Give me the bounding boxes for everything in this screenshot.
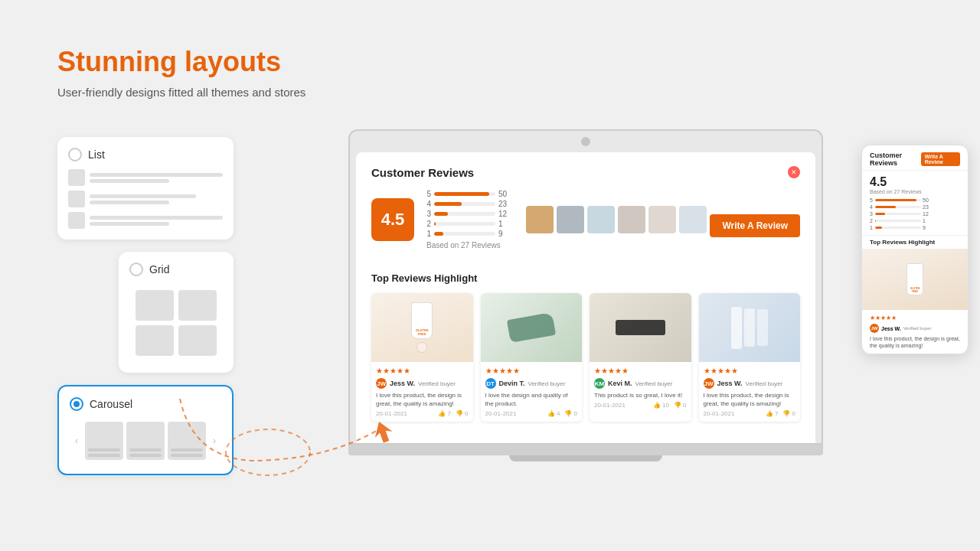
mobile-reviewer-row: JW Jess W. Verified buyer bbox=[870, 324, 960, 333]
rating-details: 5 50 4 23 bbox=[426, 190, 508, 249]
list-line-6 bbox=[90, 222, 169, 226]
grid-cell-2 bbox=[178, 290, 217, 321]
list-option-header: List bbox=[68, 148, 223, 161]
laptop-stand bbox=[348, 445, 823, 461]
review-meta-3: 20-01-2021 👍 10 👎 0 bbox=[594, 402, 687, 409]
review-dislike-2[interactable]: 👎 0 bbox=[564, 410, 577, 417]
list-row-3 bbox=[68, 212, 223, 229]
list-radio[interactable] bbox=[68, 148, 82, 161]
carousel-item-3 bbox=[168, 422, 206, 460]
review-card-4: ★★★★★ JW Jess W. Verified buyer I love t… bbox=[699, 293, 801, 422]
review-card-2: ★★★★★ DT Devin T. Verified buyer I love … bbox=[481, 293, 583, 422]
layout-card-grid[interactable]: Grid bbox=[119, 252, 234, 373]
review-like-3[interactable]: 👍 10 bbox=[653, 402, 669, 409]
reviewer-avatar-2: DT bbox=[485, 378, 496, 389]
list-thumbnail bbox=[68, 169, 85, 186]
review-text-1: I love this product, the design is great… bbox=[376, 391, 469, 408]
thumb-2 bbox=[557, 206, 584, 233]
reviewer-avatar-4: JW bbox=[704, 378, 714, 389]
review-dislike-1[interactable]: 👎 0 bbox=[456, 410, 469, 417]
reviewer-row-1: JW Jess W. Verified buyer bbox=[376, 378, 469, 389]
grid-cell-4 bbox=[178, 325, 217, 356]
mobile-rating-number: 4.5 bbox=[870, 175, 960, 189]
list-text-lines bbox=[90, 173, 223, 183]
carousel-item-line-5 bbox=[171, 448, 203, 452]
reviewer-row-3: KM Kevi M. Verified buyer bbox=[594, 378, 687, 389]
review-actions-1: 👍 7 👎 0 bbox=[438, 410, 468, 417]
laptop-foot bbox=[509, 455, 662, 461]
carousel-items bbox=[85, 422, 206, 460]
page-subheading: User-friendly designs fitted all themes … bbox=[57, 86, 923, 99]
top-reviews-title: Top Reviews Highlight bbox=[371, 272, 800, 284]
mobile-bar-1: 1 9 bbox=[870, 225, 960, 230]
carousel-option-header: Carousel bbox=[70, 397, 221, 411]
list-line-3 bbox=[90, 194, 196, 198]
mobile-reviewer-name: Jess W. bbox=[881, 326, 901, 331]
carousel-left-arrow[interactable]: ‹ bbox=[71, 435, 82, 446]
review-like-4[interactable]: 👍 7 bbox=[766, 410, 779, 417]
reviewer-row-4: JW Jess W. Verified buyer bbox=[704, 378, 796, 389]
carousel-right-arrow[interactable]: › bbox=[209, 435, 220, 446]
list-line-1 bbox=[90, 173, 223, 177]
review-like-2[interactable]: 👍 4 bbox=[547, 410, 560, 417]
review-date-1: 20-01-2021 bbox=[376, 410, 407, 417]
reviewer-row-2: DT Devin T. Verified buyer bbox=[485, 378, 578, 389]
grid-label: Grid bbox=[149, 263, 169, 276]
review-stars-4: ★★★★★ bbox=[704, 367, 796, 375]
mobile-review-stars: ★★★★★ bbox=[870, 315, 960, 321]
reviews-panel: Customer Reviews ✕ 4.5 bbox=[356, 152, 815, 435]
layout-card-carousel[interactable]: Carousel ‹ bbox=[57, 385, 234, 475]
mobile-top-reviews-title: Top Reviews Highlight bbox=[862, 235, 968, 249]
rating-big: 4.5 bbox=[371, 198, 414, 241]
mobile-rating-section: 4.5 Based on 27 Reviews 5 50 4 23 bbox=[862, 171, 968, 235]
rating-bars: 5 50 4 23 bbox=[426, 190, 508, 238]
mobile-mockup: Customer Reviews Write A Review 4.5 Base… bbox=[861, 145, 969, 354]
list-line-4 bbox=[90, 201, 169, 204]
list-text-lines-3 bbox=[90, 216, 223, 226]
review-card-body-3: ★★★★★ KM Kevi M. Verified buyer This pro… bbox=[590, 362, 691, 413]
review-card-body-1: ★★★★★ JW Jess W. Verified buyer I love t… bbox=[371, 362, 473, 422]
laptop-area: Customer Reviews ✕ 4.5 bbox=[249, 129, 923, 461]
mobile-write-review-button[interactable]: Write A Review bbox=[921, 152, 960, 166]
grid-radio[interactable] bbox=[129, 262, 143, 276]
review-card-body-2: ★★★★★ DT Devin T. Verified buyer I love … bbox=[481, 362, 583, 422]
rating-bar-4: 4 23 bbox=[426, 200, 508, 208]
thumb-1 bbox=[526, 206, 554, 233]
close-icon: ✕ bbox=[791, 168, 797, 176]
carousel-item-1 bbox=[85, 422, 123, 460]
list-thumbnail-3 bbox=[68, 212, 85, 229]
thumb-5 bbox=[648, 206, 676, 233]
review-meta-4: 20-01-2021 👍 7 👎 0 bbox=[704, 410, 796, 417]
review-date-4: 20-01-2021 bbox=[704, 410, 735, 417]
carousel-radio-inner bbox=[74, 401, 80, 407]
reviewer-badge-1: Verified buyer bbox=[418, 380, 456, 387]
main-layout-area: List bbox=[57, 129, 923, 475]
laptop-screen: Customer Reviews ✕ 4.5 bbox=[348, 129, 823, 445]
layout-card-list[interactable]: List bbox=[57, 137, 234, 240]
review-card-body-4: ★★★★★ JW Jess W. Verified buyer I love t… bbox=[699, 362, 801, 422]
carousel-radio[interactable] bbox=[70, 397, 83, 411]
review-card-3: ★★★★★ KM Kevi M. Verified buyer This pro… bbox=[590, 293, 691, 422]
mobile-header: Customer Reviews Write A Review bbox=[862, 145, 968, 171]
reviewer-name-3: Kevi M. bbox=[608, 380, 632, 387]
review-cards-row: GLUTEN FREE ★★★★★ JW bbox=[371, 293, 800, 422]
mobile-bar-5: 5 50 bbox=[870, 197, 960, 203]
page-container: Stunning layouts User-friendly designs f… bbox=[0, 0, 980, 506]
review-like-1[interactable]: 👍 7 bbox=[438, 410, 451, 417]
review-actions-2: 👍 4 👎 0 bbox=[547, 410, 577, 417]
close-button[interactable]: ✕ bbox=[788, 166, 800, 178]
mobile-rating-value: 4.5 bbox=[870, 175, 887, 188]
rating-bar-5: 5 50 bbox=[426, 190, 508, 198]
review-dislike-4[interactable]: 👎 0 bbox=[782, 410, 795, 417]
carousel-item-line-2 bbox=[88, 454, 120, 457]
reviewer-name-1: Jess W. bbox=[390, 380, 415, 387]
carousel-label: Carousel bbox=[90, 398, 132, 410]
review-stars-3: ★★★★★ bbox=[594, 367, 687, 375]
mobile-rating-bars: 5 50 4 23 3 12 bbox=[870, 197, 960, 230]
review-dislike-3[interactable]: 👎 0 bbox=[674, 402, 687, 409]
carousel-preview: ‹ bbox=[70, 419, 221, 463]
carousel-item-line-3 bbox=[129, 448, 162, 452]
write-review-button[interactable]: Write A Review bbox=[710, 214, 800, 237]
review-card-img-4 bbox=[699, 293, 801, 362]
reviewer-name-2: Devin T. bbox=[499, 380, 525, 387]
